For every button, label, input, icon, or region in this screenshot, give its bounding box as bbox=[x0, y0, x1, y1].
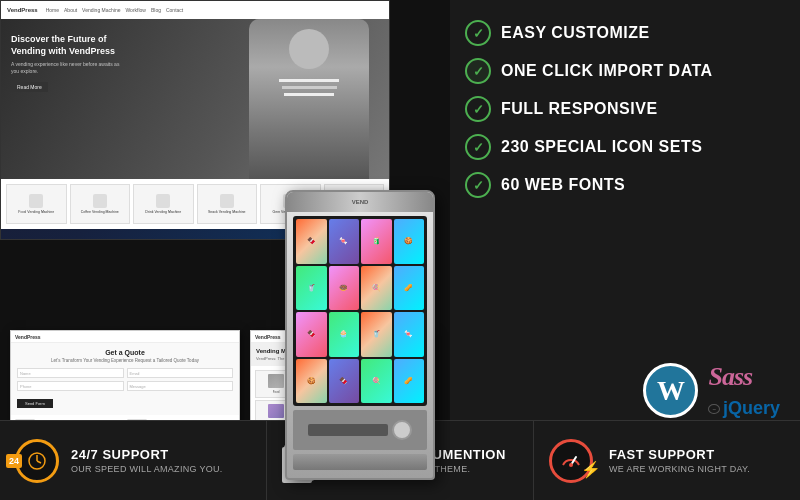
form-field-name: Name bbox=[17, 368, 124, 378]
product-card-2: Drink Vending Machine bbox=[133, 184, 194, 224]
feature-item-easy-customize: EASY CUSTOMIZE bbox=[465, 20, 780, 46]
nav-link-contact: Contact bbox=[166, 7, 183, 13]
vm-brand-label: VEND bbox=[352, 199, 369, 205]
vm-product-9: 🧁 bbox=[329, 312, 360, 357]
bottom-item-support: 24 24/7 SUPPORT OUR SPEED WILL AMAZING Y… bbox=[0, 421, 267, 500]
feature-text-web-fonts: 60 WEB FONTS bbox=[501, 176, 625, 194]
screenshot-nav: VendPress Home About Vending Machine Wor… bbox=[1, 1, 389, 19]
clock-icon: 24 bbox=[15, 439, 59, 483]
vm-product-12: 🍪 bbox=[296, 359, 327, 404]
vm-display-grid: 🍫 🍬 🧃 🍪 🥤 🍩 🍭 🥜 🍫 🧁 🥤 🍬 🍪 🍫 🍭 🥜 bbox=[293, 216, 427, 406]
nav-logo: VendPress bbox=[7, 7, 38, 13]
support-icon-wrap: 24 bbox=[15, 439, 59, 483]
vm-product-2: 🧃 bbox=[361, 219, 392, 264]
vm-top: VEND bbox=[287, 192, 433, 212]
card-label-3: Snack Vending Machine bbox=[208, 210, 246, 214]
hero-section: Discover the Future of Vending with Vend… bbox=[1, 19, 389, 179]
quote-title: Get a Quote bbox=[17, 349, 233, 356]
vm-product-13: 🍫 bbox=[329, 359, 360, 404]
card-icon-2 bbox=[156, 194, 170, 208]
vm-product-5: 🍩 bbox=[329, 266, 360, 311]
vm-product-6: 🍭 bbox=[361, 266, 392, 311]
jquery-logo: jQuery bbox=[723, 398, 780, 419]
check-icon-web-fonts bbox=[465, 172, 491, 198]
lightning-icon: ⚡ bbox=[581, 460, 601, 479]
features-list: EASY CUSTOMIZE ONE CLICK IMPORT DATA FUL… bbox=[465, 20, 780, 362]
svg-point-4 bbox=[569, 463, 573, 467]
fast-support-text-block: FAST SUPPORT WE ARE WORKING NIGHT DAY. bbox=[609, 447, 750, 474]
clock-24-label: 24 bbox=[6, 454, 22, 468]
nav-link-home: Home bbox=[46, 7, 59, 13]
check-icon-icon-sets bbox=[465, 134, 491, 160]
vending-machine-render: VEND 🍫 🍬 🧃 🍪 🥤 🍩 🍭 🥜 🍫 🧁 🥤 🍬 🍪 bbox=[275, 190, 445, 500]
read-more-button[interactable]: Read More bbox=[11, 82, 48, 92]
bottom-item-fast-support: ⚡ FAST SUPPORT WE ARE WORKING NIGHT DAY. bbox=[534, 421, 800, 500]
card-icon-0 bbox=[29, 194, 43, 208]
vm-product-4: 🥤 bbox=[296, 266, 327, 311]
speedometer-svg bbox=[560, 450, 582, 472]
card-label-2: Drink Vending Machine bbox=[145, 210, 181, 214]
quote-form-fields: Name Email Phone Message bbox=[17, 368, 233, 391]
vm-product-14: 🍭 bbox=[361, 359, 392, 404]
wordpress-letter: W bbox=[657, 375, 685, 407]
tech-logos-top: W Sass ~ jQuery bbox=[465, 362, 780, 419]
product-card-1: Coffee Vending Machine bbox=[70, 184, 131, 224]
form-field-email: Email bbox=[127, 368, 234, 378]
wordpress-logo: W bbox=[643, 363, 698, 418]
quote-section: Get a Quote Let's Transform Your Vending… bbox=[11, 343, 239, 415]
card-icon-3 bbox=[220, 194, 234, 208]
feature-text-one-click-import: ONE CLICK IMPORT DATA bbox=[501, 62, 713, 80]
person-stripes2 bbox=[282, 86, 337, 89]
speedometer-icon: ⚡ bbox=[549, 439, 597, 483]
svg-line-2 bbox=[37, 461, 41, 463]
hero-person-image bbox=[249, 19, 369, 179]
clock-svg bbox=[27, 451, 47, 471]
vm-coin-slot bbox=[392, 420, 412, 440]
support-title: 24/7 SUPPORT bbox=[71, 447, 223, 462]
support-subtitle: OUR SPEED WILL AMAZING YOU. bbox=[71, 464, 223, 474]
vm-bottom bbox=[293, 410, 427, 450]
vm-product-8: 🍫 bbox=[296, 312, 327, 357]
card-label-1: Coffee Vending Machine bbox=[81, 210, 119, 214]
person-head bbox=[289, 29, 329, 69]
product-card-3: Snack Vending Machine bbox=[197, 184, 258, 224]
submit-button[interactable]: Send Form bbox=[17, 399, 53, 408]
vm-product-10: 🥤 bbox=[361, 312, 392, 357]
form-field-phone: Phone bbox=[17, 381, 124, 391]
vm-dispensing-slot bbox=[308, 424, 388, 436]
feature-item-one-click-import: ONE CLICK IMPORT DATA bbox=[465, 58, 780, 84]
vm-product-7: 🥜 bbox=[394, 266, 425, 311]
hero-title: Discover the Future of Vending with Vend… bbox=[11, 34, 131, 57]
jquery-container: ~ jQuery bbox=[708, 398, 780, 419]
check-icon-full-responsive bbox=[465, 96, 491, 122]
hero-text: Discover the Future of Vending with Vend… bbox=[11, 34, 131, 93]
nav-link-vending: Vending Machine bbox=[82, 7, 120, 13]
feature-text-easy-customize: EASY CUSTOMIZE bbox=[501, 24, 650, 42]
card-icon-1 bbox=[93, 194, 107, 208]
nav-link-about: About bbox=[64, 7, 77, 13]
sass-jquery-group: Sass ~ jQuery bbox=[708, 362, 780, 419]
fast-support-title: FAST SUPPORT bbox=[609, 447, 750, 462]
ss2-logo: VendPress bbox=[15, 334, 41, 340]
ss2-nav: VendPress bbox=[11, 331, 239, 343]
feature-text-full-responsive: FULL RESPONSIVE bbox=[501, 100, 658, 118]
feature-text-icon-sets: 230 SPECIAL ICON SETS bbox=[501, 138, 702, 156]
vm-product-0: 🍫 bbox=[296, 219, 327, 264]
nav-links-group: Home About Vending Machine Workflow Blog… bbox=[46, 7, 184, 13]
sass-logo: Sass bbox=[708, 362, 752, 392]
vm-product-15: 🥜 bbox=[394, 359, 425, 404]
check-icon-easy-customize bbox=[465, 20, 491, 46]
product-card-0: Food Vending Machine bbox=[6, 184, 67, 224]
fast-icon-wrap: ⚡ bbox=[549, 439, 597, 483]
nav-link-workflow: Workflow bbox=[125, 7, 145, 13]
jquery-tilde: ~ bbox=[708, 404, 720, 414]
card-label-0: Food Vending Machine bbox=[18, 210, 54, 214]
hero-subtitle: A vending experience like never before a… bbox=[11, 61, 121, 75]
feature-item-icon-sets: 230 SPECIAL ICON SETS bbox=[465, 134, 780, 160]
fast-support-subtitle: WE ARE WORKING NIGHT DAY. bbox=[609, 464, 750, 474]
feature-item-full-responsive: FULL RESPONSIVE bbox=[465, 96, 780, 122]
person-stripes3 bbox=[284, 93, 334, 96]
vm-product-11: 🍬 bbox=[394, 312, 425, 357]
feature-item-web-fonts: 60 WEB FONTS bbox=[465, 172, 780, 198]
vm-base bbox=[293, 454, 427, 470]
